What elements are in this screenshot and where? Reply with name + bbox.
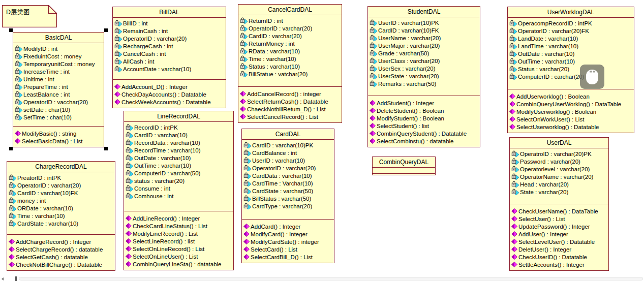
method-row-label: SelectBasicData() : List (22, 138, 83, 144)
method-row: SelectOnWorkUser() : List (508, 115, 633, 123)
horizontal-scrollbar[interactable] (0, 276, 644, 281)
method-row-label: AddCard() : Integer (251, 224, 300, 230)
private-attribute-lock-icon (370, 27, 377, 34)
class-charge-record-dal[interactable]: ChargeRecordDALPreatorID : intPKOperator… (7, 161, 115, 271)
attribute-row: OutDate : varchar(10) (508, 50, 633, 57)
attribute-row: OutTime : varchar(10) (125, 162, 233, 169)
attribute-row: PreatorID : intPK (8, 174, 114, 181)
attribute-row: RemainCash : int (113, 27, 225, 35)
selection-handle[interactable] (9, 28, 13, 32)
attribute-row: Status : varchar(10) (239, 63, 341, 70)
attribute-row-label: OperatroID : varchar(20)PK (520, 151, 592, 157)
method-row-label: AddLineRecord() : Integer (133, 215, 200, 222)
method-row-label: AddChargeRecord() : Integer (16, 239, 91, 245)
methods-compartment: AddStudent() : IntegerDeleteStudent() : … (368, 96, 480, 147)
attribute-row: OperacompRecordID : intPK (508, 19, 633, 27)
private-attribute-lock-icon (511, 158, 519, 165)
attribute-row-label: CardBalance : int (252, 150, 297, 156)
method-row: ChaeckNotbillRetum_D() : List (239, 105, 341, 113)
selection-handle[interactable] (104, 28, 108, 32)
attribute-row: Password : varchar(20) (510, 158, 608, 165)
private-attribute-lock-icon (114, 58, 122, 65)
method-row-label: SelectCardBill_D() : List (251, 254, 313, 260)
public-operation-diamond-icon (370, 123, 376, 129)
selection-handle[interactable] (104, 147, 108, 150)
attributes-compartment (373, 168, 435, 173)
method-row-label: SelectCard() : List (251, 246, 297, 253)
methods-compartment: AddCancelRecord() : integerSelectReturnC… (238, 86, 342, 122)
public-operation-diamond-icon (511, 239, 517, 244)
attribute-row-label: LandTime : varchar(10) (518, 43, 578, 49)
private-attribute-lock-icon (15, 106, 22, 113)
attribute-row: Grade : varchar(50) (369, 49, 479, 57)
public-operation-diamond-icon (243, 254, 250, 260)
method-row: SelectUser() : List (510, 215, 608, 223)
attribute-row-label: Unitime : int (23, 76, 54, 82)
private-attribute-lock-icon (511, 189, 519, 195)
method-row-label: CombinQueryUserWorklog() : DataTable (516, 101, 621, 107)
private-attribute-lock-icon (15, 91, 22, 98)
class-bill-dal[interactable]: BillDALBillID : intRemainCash : intOpera… (112, 7, 226, 108)
attribute-row-label: RecordTime : varchar(10) (134, 147, 201, 153)
public-operation-diamond-icon (9, 246, 15, 252)
selection-handle[interactable] (9, 147, 13, 150)
attribute-row: Comhouse : int (125, 192, 233, 200)
class-title: UserWorklogDAL (508, 7, 634, 18)
method-row-label: CheckDayAccounts() : Datatable (121, 91, 206, 98)
diagram-note[interactable]: D层类图 (2, 5, 57, 27)
class-cancel-card-dal[interactable]: CancelCardDALReturnID : intOperatorID : … (238, 4, 342, 123)
private-attribute-lock-icon (511, 181, 519, 188)
method-row: CheckWeekAccounts() : Datatable (113, 98, 225, 106)
attribute-row-label: OutTime : varchar(10) (518, 58, 575, 65)
attribute-row-label: CardTime : Varchar(10) (252, 180, 313, 186)
scrollbar-track[interactable] (19, 277, 643, 280)
private-attribute-lock-icon (126, 177, 133, 184)
attribute-row-label: Operatorlevel : varchar(20) (520, 166, 590, 172)
class-basic-dal[interactable]: BasicDALModifyID : intFixeduintCost : mo… (13, 32, 104, 147)
public-operation-diamond-icon (126, 231, 132, 236)
attribute-row: CardState : varchar(50) (242, 187, 333, 195)
method-row: CheckCardLineStatus() : List (125, 222, 233, 230)
attribute-row: Unitime : int (14, 75, 103, 83)
public-operation-diamond-icon (240, 99, 246, 104)
private-attribute-lock-icon (126, 193, 133, 199)
attribute-row-label: CardType : varchar(20) (252, 203, 312, 209)
attribute-row: LeastBalance : int (14, 90, 103, 98)
scrollbar-thumb[interactable] (15, 276, 17, 281)
private-attribute-lock-icon (240, 63, 248, 70)
class-title: CombinQueryDAL (373, 157, 435, 168)
private-attribute-lock-icon (240, 55, 248, 62)
class-combin-query-dal[interactable]: CombinQueryDAL (372, 157, 436, 175)
method-row-label: UpdatePassword() : Integer (518, 224, 590, 230)
class-student-dal[interactable]: StudentDALUserID : varchar(10)PKCardID :… (367, 6, 480, 147)
attribute-row: UserName : varchar(20) (369, 34, 479, 42)
methods-compartment: AddAccount_D() : IntegerCheckDayAccounts… (113, 79, 226, 108)
method-row: AddChargeRecord() : Integer (8, 238, 114, 245)
public-operation-diamond-icon (243, 246, 250, 252)
private-attribute-lock-icon (15, 76, 22, 82)
class-card-dal[interactable]: CardDALCardID : varchar(10)PKCardBalance… (241, 129, 334, 263)
public-operation-diamond-icon (240, 106, 246, 112)
attributes-compartment: BillID : intRemainCash : intOperatorID :… (113, 18, 226, 79)
attribute-row-label: TemporaryunitCost : money (23, 61, 95, 67)
private-attribute-lock-icon (126, 170, 133, 176)
attribute-row: ReturnID : int (239, 17, 341, 24)
methods-compartment: AddCard() : IntegerModifyCard() : Intege… (242, 219, 334, 263)
attribute-row: BillStatue : vatchar(20) (239, 70, 341, 78)
class-line-record-dal[interactable]: LineRecordDALRecordID : intPKCardID : va… (124, 111, 234, 270)
attributes-compartment: OperatroID : varchar(20)PKPassword : var… (510, 148, 608, 204)
scroll-left-arrow-icon[interactable] (2, 277, 4, 280)
attribute-row: BillID : int (113, 19, 225, 27)
private-attribute-lock-icon (511, 173, 519, 180)
public-operation-diamond-icon (511, 246, 517, 252)
attribute-row-label: Consume : int (134, 185, 170, 192)
attribute-row-label: ReturnMoney : int (249, 41, 295, 47)
class-user-dal[interactable]: UserDALOperatroID : varchar(20)PKPasswor… (509, 137, 609, 271)
attribute-row: RechargeCash : int (113, 42, 225, 50)
attribute-row: OperatorID : varchar(20) (239, 24, 341, 32)
class-user-worklog-dal[interactable]: UserWorklogDALOperacompRecordID : intPKO… (507, 7, 634, 133)
method-row-label: CombinQueryLineSta() : datatable (133, 261, 222, 267)
method-row: SelectCard() : List (242, 245, 333, 253)
attribute-row-label: PrepareTime : int (23, 84, 68, 90)
public-operation-diamond-icon (240, 91, 246, 97)
